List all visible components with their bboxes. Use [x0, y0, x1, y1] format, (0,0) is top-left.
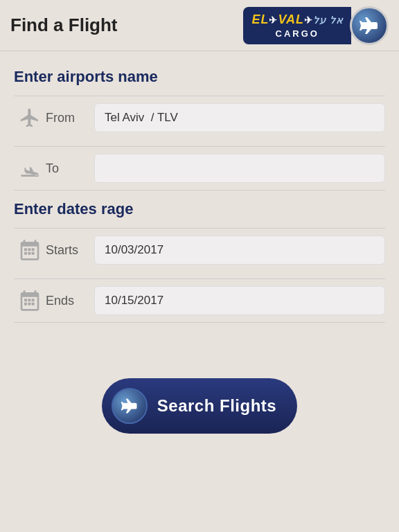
search-button-icon — [112, 388, 148, 424]
svg-rect-7 — [28, 299, 30, 301]
to-input[interactable] — [94, 154, 385, 183]
from-row: From — [14, 96, 385, 139]
logo-circle — [350, 6, 389, 45]
main-content: Enter airports name From To Enter dates … — [0, 51, 399, 446]
airports-section-title: Enter airports name — [14, 68, 385, 86]
search-flights-button[interactable]: Search Flights — [102, 378, 297, 434]
calendar-start-icon — [19, 239, 41, 261]
svg-rect-6 — [24, 299, 27, 301]
plane-search-icon — [120, 396, 139, 416]
calendar-start-icon-container — [14, 239, 46, 261]
plane-arrive-icon-container — [14, 157, 46, 179]
logo-container: EL✈VAL✈‫אל על‬ CARGO — [243, 6, 389, 45]
ends-label: Ends — [46, 294, 94, 308]
logo-cargo: CARGO — [276, 28, 319, 39]
svg-rect-3 — [24, 252, 27, 255]
svg-rect-11 — [32, 303, 35, 305]
svg-rect-8 — [32, 299, 35, 301]
search-button-label: Search Flights — [157, 396, 276, 416]
starts-label: Starts — [46, 243, 94, 258]
logo-badge: EL✈VAL✈‫אל על‬ CARGO — [243, 7, 351, 44]
svg-rect-1 — [28, 248, 30, 251]
ends-input[interactable] — [94, 286, 385, 315]
plane-logo-icon — [358, 15, 380, 37]
app-header: Find a Flight EL✈VAL✈‫אל על‬ CARGO — [0, 0, 399, 51]
from-label: From — [46, 111, 94, 125]
logo-text: EL✈VAL✈‫אל על‬ — [251, 12, 343, 27]
calendar-end-icon — [19, 290, 41, 312]
plane-depart-icon-container — [14, 107, 46, 129]
svg-rect-9 — [24, 303, 27, 305]
starts-input[interactable] — [94, 236, 385, 265]
to-label: To — [46, 161, 94, 176]
page-title: Find a Flight — [10, 15, 118, 36]
plane-arrive-icon — [19, 157, 41, 179]
svg-rect-2 — [32, 248, 35, 251]
to-row: To — [14, 146, 385, 190]
calendar-end-icon-container — [14, 290, 46, 312]
svg-rect-0 — [24, 248, 27, 251]
svg-rect-10 — [28, 303, 30, 305]
search-button-wrapper: Search Flights — [14, 378, 385, 434]
starts-row: Starts — [14, 228, 385, 272]
svg-rect-5 — [32, 252, 35, 255]
svg-rect-4 — [28, 252, 30, 255]
dates-section-title: Enter dates rage — [14, 200, 385, 218]
plane-depart-icon — [19, 107, 41, 129]
from-input[interactable] — [94, 103, 385, 132]
dates-section: Enter dates rage Starts — [14, 200, 385, 323]
ends-row: Ends — [14, 278, 385, 323]
